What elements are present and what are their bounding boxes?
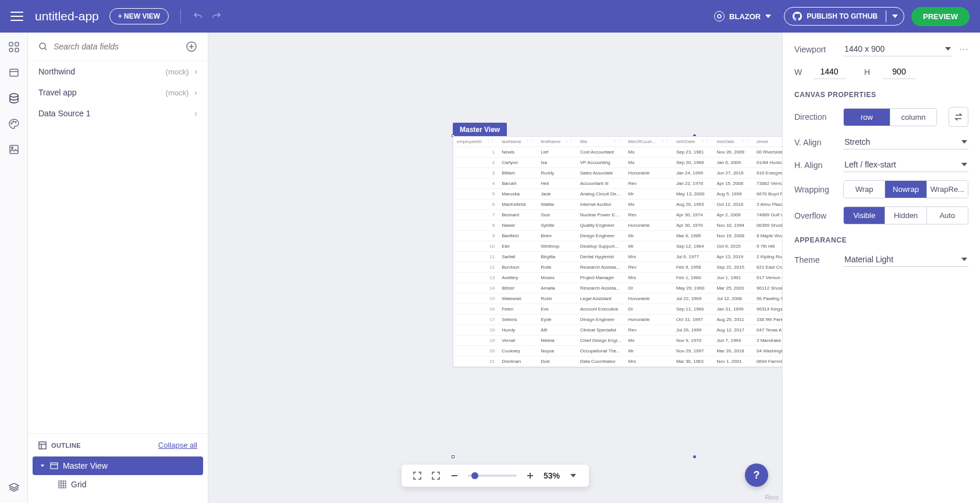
table-row[interactable]: 6MacKettrickWalliwInternal AuditorMsAug …	[453, 199, 782, 210]
more-icon[interactable]: ⋯	[959, 44, 968, 55]
views-icon[interactable]	[8, 66, 20, 79]
direction-label: Direction	[794, 112, 836, 122]
view-icon	[50, 462, 58, 470]
table-row[interactable]: 20CookneyNoysaOccupational The...MrNov 2…	[453, 346, 782, 356]
data-icon[interactable]	[8, 92, 20, 105]
column-header[interactable]: title↑ ⋮	[577, 137, 625, 147]
table-row[interactable]: 12BurdounRolieResearch Assista...RevFeb …	[453, 262, 782, 273]
column-header[interactable]: employeeID↑ ⋮	[453, 137, 498, 147]
column-header[interactable]: firstName↑ ⋮	[537, 137, 577, 147]
table-row[interactable]: 9BanfieldBrienDesign EngineerMrMar 6, 19…	[453, 231, 782, 241]
framework-selector[interactable]: BLAZOR	[714, 11, 771, 22]
zoom-slider[interactable]	[468, 475, 517, 477]
table-row[interactable]: 5MaruskaJadeAnalog Circuit De...MrMay 13…	[453, 189, 782, 199]
zoom-dropdown[interactable]	[568, 470, 578, 481]
chevron-down-icon	[961, 258, 967, 261]
preview-button[interactable]: PREVIEW	[911, 7, 970, 26]
svg-point-6	[10, 94, 18, 97]
segment-option[interactable]: Auto	[927, 207, 968, 224]
w-label: W	[794, 67, 806, 77]
publish-dropdown[interactable]	[886, 10, 904, 22]
layers-icon[interactable]	[8, 481, 20, 494]
canvas[interactable]: Master View employeeID↑ ⋮lastName↑ ⋮firs…	[208, 33, 782, 503]
table-row[interactable]: 10EierWinthropDesktop Support...MrSep 12…	[453, 241, 782, 252]
resize-handle[interactable]	[452, 455, 455, 458]
direction-segment: rowcolumn	[843, 108, 937, 126]
hamburger-icon[interactable]	[10, 12, 23, 21]
table-row[interactable]: 16FelenEveAccount ExecutiveDrSep 11, 196…	[453, 304, 782, 315]
halign-label: H. Align	[794, 160, 836, 170]
svg-rect-3	[9, 48, 13, 52]
table-row[interactable]: 7BesnardSusiNuclear Power E...RevApr 30,…	[453, 210, 782, 220]
datasource-item[interactable]: Northwind(mock)›	[28, 61, 208, 82]
datasource-item[interactable]: Data Source 1›	[28, 103, 208, 124]
data-grid[interactable]: employeeID↑ ⋮lastName↑ ⋮firstName↑ ⋮titl…	[453, 137, 782, 367]
components-icon[interactable]	[8, 41, 20, 53]
table-row[interactable]: 4BarukhHeliAccountant IIIRevJan 22, 1978…	[453, 179, 782, 189]
table-row[interactable]: 14BlitzerAmaliaResearch Assista...DrMay …	[453, 283, 782, 294]
search-row	[28, 33, 208, 61]
halign-select[interactable]: Left / flex-start	[843, 158, 968, 172]
overflow-segment: VisibleHiddenAuto	[843, 206, 968, 224]
chevron-down-icon	[40, 463, 45, 469]
new-view-button[interactable]: + NEW VIEW	[109, 8, 169, 24]
assets-icon[interactable]	[8, 143, 20, 156]
view-tab[interactable]: Master View	[453, 123, 507, 137]
table-row[interactable]: 19VerrallMelinaChief Design Engi...MsNov…	[453, 336, 782, 346]
resize-handle[interactable]	[693, 455, 696, 458]
column-header[interactable]: street↑ ⋮	[753, 137, 782, 147]
view-card[interactable]: employeeID↑ ⋮lastName↑ ⋮firstName↑ ⋮titl…	[453, 136, 782, 368]
undo-icon[interactable]	[193, 11, 203, 22]
height-input[interactable]	[883, 65, 915, 79]
expand-icon[interactable]	[431, 470, 441, 481]
table-row[interactable]: 13AvelleryMosesProject ManagerMrsFeb 1, …	[453, 273, 782, 283]
chevron-right-icon: ›	[194, 67, 197, 76]
table-row[interactable]: 11SarfatiBirgittaDental HygienistMrsJul …	[453, 252, 782, 262]
segment-option[interactable]: WrapRe...	[927, 181, 968, 198]
segment-option[interactable]: row	[844, 109, 890, 126]
segment-option[interactable]: column	[890, 109, 936, 126]
collapse-all-link[interactable]: Collapse all	[158, 441, 197, 450]
search-input[interactable]	[54, 42, 180, 51]
zoom-thumb[interactable]	[471, 472, 478, 479]
segment-option[interactable]: Hidden	[885, 207, 926, 224]
add-datasource-icon[interactable]	[186, 41, 197, 52]
theme-select[interactable]: Material Light	[843, 252, 968, 267]
viewport-select[interactable]: 1440 x 900	[843, 42, 952, 56]
app-header: untitled-app + NEW VIEW BLAZOR PUBLISH T…	[0, 0, 980, 33]
column-header[interactable]: titleOfCourt...↑ ⋮	[625, 137, 673, 147]
publish-main[interactable]: PUBLISH TO GITHUB	[784, 8, 886, 25]
width-input[interactable]	[813, 65, 846, 79]
fit-icon[interactable]	[412, 470, 422, 481]
table-row[interactable]: 1NewisLiefCost AccountantMsSep 23, 1981N…	[453, 147, 782, 158]
table-row[interactable]: 21DredmanDulcData CoordinatorMrsMar 30, …	[453, 356, 782, 367]
table-row[interactable]: 3BittamRuddySales AssociateHonorableJan …	[453, 168, 782, 179]
column-header[interactable]: birthDate↑ ⋮	[673, 137, 713, 147]
datasource-name: Travel app	[38, 88, 77, 97]
segment-option[interactable]: Visible	[844, 207, 885, 224]
column-header[interactable]: lastName↑ ⋮	[498, 137, 537, 147]
table-row[interactable]: 17SellensEydeDesign EngineerHonorableOct…	[453, 315, 782, 325]
properties-panel: Viewport 1440 x 900 ⋯ W H CANVAS PROPERT…	[782, 33, 980, 503]
tree-root-label: Master View	[63, 461, 108, 470]
segment-option[interactable]: Wrap	[844, 181, 885, 198]
segment-option[interactable]: Nowrap	[885, 181, 926, 198]
swap-direction-icon[interactable]	[949, 107, 968, 127]
tree-child[interactable]: Grid	[33, 475, 203, 494]
table-row[interactable]: 15WalewskiRobbLegal AssistantHonorableJu…	[453, 294, 782, 304]
theme-icon[interactable]	[8, 117, 20, 130]
redo-icon[interactable]	[211, 11, 222, 22]
table-row[interactable]: 18HundyAlfiClinical SpecialistRevJul 26,…	[453, 325, 782, 336]
help-button[interactable]: ?	[745, 463, 768, 487]
zoom-out-icon[interactable]	[449, 470, 460, 481]
table-row[interactable]: 2CarlyonIsaVP AccountingMsSep 20, 1968Ja…	[453, 158, 782, 168]
column-header[interactable]: hireDate↑ ⋮	[713, 137, 753, 147]
tree-root[interactable]: Master View	[33, 456, 203, 475]
table-row[interactable]: 8NawerSybilleQuality EngineerHonorableAp…	[453, 220, 782, 231]
datasource-item[interactable]: Travel app(mock)›	[28, 82, 208, 103]
outline-icon	[38, 441, 47, 450]
zoom-in-icon[interactable]	[525, 470, 535, 481]
wrapping-segment: WrapNowrapWrapRe...	[843, 180, 968, 198]
outline-title: OUTLINE	[51, 442, 81, 449]
valign-select[interactable]: Stretch	[843, 135, 968, 149]
